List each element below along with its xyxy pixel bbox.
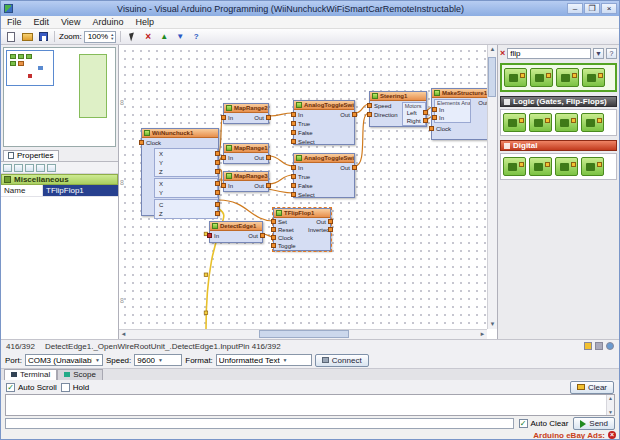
component-steering1[interactable]: Steering1 Speed Direction Motors Left Ri… — [369, 91, 427, 127]
direction-pin[interactable] — [367, 112, 372, 117]
input-pin[interactable] — [207, 233, 212, 238]
categorized-icon[interactable] — [3, 164, 12, 172]
button-c-pin[interactable] — [215, 202, 220, 207]
output-pin[interactable] — [266, 183, 271, 188]
palette-search-input[interactable] — [507, 48, 591, 59]
left-motor-pin[interactable] — [423, 110, 428, 115]
output-pin[interactable] — [352, 165, 357, 170]
clock-pin[interactable] — [271, 235, 276, 240]
clock-pin[interactable] — [429, 126, 434, 131]
help-button[interactable]: ? — [189, 30, 203, 43]
true-pin[interactable] — [291, 174, 296, 179]
palette-component-icon[interactable] — [581, 113, 604, 132]
vertical-scroll-thumb[interactable] — [488, 57, 496, 97]
accel-z-pin[interactable] — [215, 169, 220, 174]
component-tflipflop1[interactable]: TFlipFlop1 Set Reset Clock Toggle Out In… — [273, 208, 331, 251]
minimap[interactable] — [3, 47, 116, 147]
auto-clear-checkbox-row[interactable]: ✓ Auto Clear — [519, 419, 569, 428]
false-pin[interactable] — [291, 183, 296, 188]
menu-help[interactable]: Help — [129, 17, 160, 27]
palette-component-icon[interactable] — [581, 157, 604, 176]
maximize-button[interactable]: ❐ — [584, 3, 600, 14]
select-pin[interactable] — [291, 192, 296, 197]
magnifier-icon[interactable] — [606, 342, 614, 350]
menu-arduino[interactable]: Arduino — [86, 17, 129, 27]
component-analogtoggleswitch2[interactable]: AnalogToggleSwitch2 InOut True False Sel… — [293, 153, 355, 198]
component-maprange3[interactable]: MapRange3 InOut — [223, 171, 269, 192]
component-detectedge1[interactable]: DetectEdge1 InOut — [209, 221, 263, 243]
output-pin[interactable] — [266, 155, 271, 160]
palette-component-icon[interactable] — [504, 68, 527, 87]
right-motor-pin[interactable] — [423, 118, 428, 123]
hold-checkbox-row[interactable]: Hold — [61, 383, 89, 392]
button-z-pin[interactable] — [215, 211, 220, 216]
terminal-scrollbar[interactable]: ▲ ▼ — [606, 395, 614, 415]
clear-search-icon[interactable]: × — [500, 49, 505, 58]
palette-help-button[interactable]: ? — [606, 48, 617, 59]
design-canvas[interactable]: 8 8 8 — [119, 45, 497, 339]
set-pin[interactable] — [271, 219, 276, 224]
output-pin[interactable] — [266, 115, 271, 120]
auto-scroll-checkbox-row[interactable]: ✓ Auto Scroll — [6, 383, 57, 392]
true-pin[interactable] — [291, 121, 296, 126]
new-file-button[interactable] — [4, 30, 18, 43]
send-button[interactable]: Send — [573, 417, 615, 430]
palette-component-icon[interactable] — [555, 113, 578, 132]
palette-component-icon[interactable] — [530, 68, 553, 87]
palette-component-icon[interactable] — [529, 113, 552, 132]
zoom-combo[interactable]: 100% ▲▼ — [84, 31, 116, 43]
close-ad-icon[interactable]: × — [608, 431, 616, 439]
stick-y-pin[interactable] — [215, 190, 220, 195]
inverted-pin[interactable] — [328, 227, 333, 232]
upload-button[interactable]: ▲ — [157, 30, 171, 43]
component-analogtoggleswitch1[interactable]: AnalogToggleSwitch1 InOut True False Sel… — [293, 100, 355, 145]
terminal-output[interactable]: ▲ ▼ — [5, 394, 615, 416]
scroll-up-arrow[interactable]: ▲ — [488, 45, 497, 54]
input-pin[interactable] — [221, 183, 226, 188]
false-pin[interactable] — [291, 130, 296, 135]
select-pin[interactable] — [291, 139, 296, 144]
scroll-up-arrow[interactable]: ▲ — [608, 395, 613, 401]
element-in-pin[interactable] — [432, 107, 437, 112]
scroll-down-arrow[interactable]: ▼ — [488, 320, 497, 329]
output-pin[interactable] — [260, 233, 265, 238]
toggle-pin[interactable] — [271, 243, 276, 248]
scroll-left-arrow[interactable]: ◄ — [119, 330, 128, 339]
clock-pin[interactable] — [139, 140, 144, 145]
open-file-button[interactable] — [20, 30, 34, 43]
component-wiinunchuck1[interactable]: WiiNunchuck1 Clock X Y Z X Y C Z — [141, 128, 219, 216]
speed-pin[interactable] — [367, 103, 372, 108]
palette-category-logic[interactable]: Logic (Gates, Flip-Flops) — [500, 96, 617, 107]
format-combo[interactable]: Unformatted Text ▼ — [216, 354, 312, 366]
reset-pin[interactable] — [271, 227, 276, 232]
palette-component-icon[interactable] — [556, 68, 579, 87]
filter-icon[interactable] — [595, 342, 603, 350]
menu-view[interactable]: View — [55, 17, 86, 27]
filter-icon[interactable] — [25, 164, 34, 172]
input-pin[interactable] — [221, 155, 226, 160]
palette-component-icon[interactable] — [555, 157, 578, 176]
port-combo[interactable]: COM3 (Unavailable) ▼ — [25, 354, 103, 366]
component-makestructure1[interactable]: MakeStructure1 Elements Analog( In In Ou… — [431, 88, 487, 140]
clear-button[interactable]: Clear — [570, 381, 614, 394]
menu-edit[interactable]: Edit — [28, 17, 56, 27]
canvas-grid[interactable]: 8 8 8 — [119, 45, 487, 329]
connect-button[interactable]: Connect — [315, 354, 369, 367]
save-button[interactable] — [36, 30, 50, 43]
minimize-button[interactable]: – — [567, 3, 583, 14]
select-tool-button[interactable] — [125, 30, 139, 43]
input-pin[interactable] — [291, 165, 296, 170]
component-maprange2[interactable]: MapRange2 InOut — [223, 103, 269, 124]
sort-az-icon[interactable] — [14, 164, 23, 172]
tab-properties[interactable]: Properties — [3, 150, 59, 161]
scroll-down-arrow[interactable]: ▼ — [608, 409, 613, 415]
lightning-icon[interactable] — [584, 342, 592, 350]
close-button[interactable]: × — [601, 3, 617, 14]
element-in-pin[interactable] — [432, 115, 437, 120]
horizontal-scroll-thumb[interactable] — [259, 330, 349, 338]
tab-scope[interactable]: Scope — [57, 369, 103, 380]
palette-component-icon[interactable] — [582, 68, 605, 87]
output-pin[interactable] — [352, 112, 357, 117]
accel-y-pin[interactable] — [215, 160, 220, 165]
palette-category-digital[interactable]: Digital — [500, 140, 617, 151]
